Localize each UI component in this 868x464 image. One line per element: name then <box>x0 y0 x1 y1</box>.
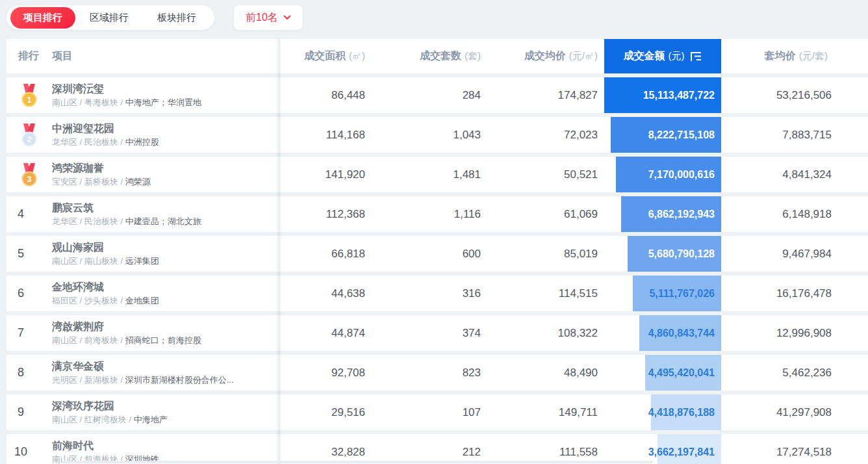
rank-cell: 2 <box>6 117 52 153</box>
project-subtitle: 光明区 / 新湖板块 / 深圳市新湖楼村股份合作公... <box>52 374 234 385</box>
table-row[interactable]: 7 湾啟紫荆府 南山区 / 前海板块 / 招商蛇口；前海控股 44,874 37… <box>6 315 868 351</box>
area-value: 112,368 <box>279 196 378 232</box>
price-value: 114,515 <box>494 276 604 311</box>
ranking-tab-group: 项目排行 区域排行 板块排行 <box>6 5 214 30</box>
rank-number: 4 <box>6 207 52 221</box>
project-name: 鹏宸云筑 <box>52 201 94 214</box>
project-cell: 鸿荣源珈誉 宝安区 / 新桥板块 / 鸿荣源 <box>52 157 279 192</box>
price-value: 50,521 <box>494 157 604 192</box>
svg-text:1: 1 <box>27 95 32 104</box>
svg-text:2: 2 <box>27 135 32 144</box>
units-value: 107 <box>378 394 494 430</box>
rank-number: 6 <box>6 287 52 300</box>
avg-price-value: 41,297,908 <box>721 394 868 430</box>
project-cell: 深湾玖序花园 南山区 / 红树湾板块 / 中海地产 <box>52 394 279 430</box>
rank-cell: 7 <box>6 315 52 351</box>
table-row[interactable]: 3 鸿荣源珈誉 宝安区 / 新桥板块 / 鸿荣源 141,920 1,481 5… <box>6 157 868 192</box>
column-header-avg-price: 套均价(元/套) <box>721 39 868 73</box>
tab-district-ranking[interactable]: 区域排行 <box>75 5 143 30</box>
top-n-filter-dropdown[interactable]: 前10名 <box>234 5 303 30</box>
rank-number: 7 <box>6 326 52 340</box>
project-subtitle: 南山区 / 前海板块 / 招商蛇口；前海控股 <box>52 335 201 346</box>
avg-price-value: 53,216,506 <box>721 77 868 113</box>
area-value: 66,818 <box>279 236 378 272</box>
tab-project-ranking[interactable]: 项目排行 <box>10 7 75 29</box>
area-value: 86,448 <box>279 77 378 113</box>
avg-price-value: 7,883,715 <box>721 117 868 153</box>
amount-cell: 8,222,715,108 <box>604 117 721 153</box>
table-row[interactable]: 6 金地环湾城 福田区 / 沙头板块 / 金地集团 44,638 316 114… <box>6 276 868 311</box>
rank-cell: 6 <box>6 276 52 311</box>
project-name: 中洲迎玺花园 <box>52 122 114 135</box>
project-cell: 鹏宸云筑 龙华区 / 民治板块 / 中建壹品；湖北文旅 <box>52 196 279 232</box>
rank-number: 10 <box>6 445 52 459</box>
amount-cell: 6,862,192,943 <box>604 196 721 232</box>
avg-price-value: 16,176,478 <box>721 276 868 311</box>
avg-price-value: 17,274,518 <box>721 434 868 464</box>
amount-value: 4,418,876,188 <box>648 407 715 419</box>
chevron-down-icon <box>283 15 291 20</box>
column-header-amount-sorted[interactable]: 成交金额(元) <box>604 39 721 73</box>
table-row[interactable]: 9 深湾玖序花园 南山区 / 红树湾板块 / 中海地产 29,516 107 1… <box>6 394 868 430</box>
tab-sector-ranking[interactable]: 板块排行 <box>143 5 211 30</box>
table-row[interactable]: 2 中洲迎玺花园 龙华区 / 民治板块 / 中洲控股 114,168 1,043… <box>6 117 868 153</box>
project-cell: 观山海家园 南山区 / 南山板块 / 远洋集团 <box>52 236 279 272</box>
area-value: 44,638 <box>279 276 378 311</box>
table-row[interactable]: 10 前海时代 南山区 / 前海板块 / 深圳地铁 32,828 212 111… <box>6 434 868 464</box>
area-value: 29,516 <box>279 394 378 430</box>
units-value: 1,043 <box>378 117 494 153</box>
project-subtitle: 福田区 / 沙头板块 / 金地集团 <box>52 295 159 306</box>
project-subtitle: 龙华区 / 民治板块 / 中建壹品；湖北文旅 <box>52 216 201 227</box>
price-value: 61,069 <box>494 196 604 232</box>
project-name: 金地环湾城 <box>52 281 104 294</box>
project-cell: 深圳湾沄玺 南山区 / 粤海板块 / 中海地产；华润置地 <box>52 77 279 113</box>
project-subtitle: 南山区 / 粤海板块 / 中海地产；华润置地 <box>52 97 201 108</box>
project-name: 前海时代 <box>52 439 94 452</box>
project-cell: 金地环湾城 福田区 / 沙头板块 / 金地集团 <box>52 276 279 311</box>
project-name: 湾啟紫荆府 <box>52 320 104 333</box>
amount-value: 7,170,000,616 <box>648 169 715 181</box>
project-cell: 满京华金硕 光明区 / 新湖板块 / 深圳市新湖楼村股份合作公... <box>52 355 279 391</box>
price-value: 108,322 <box>494 315 604 351</box>
units-value: 1,481 <box>378 157 494 192</box>
amount-value: 4,495,420,041 <box>648 367 715 379</box>
bronze-medal-icon: 3 <box>19 163 39 187</box>
column-header-price: 成交均价(元/㎡) <box>494 39 604 73</box>
price-value: 72,023 <box>494 117 604 153</box>
price-value: 85,019 <box>494 236 604 272</box>
horizontal-scrollbar[interactable] <box>62 461 653 463</box>
units-value: 823 <box>378 355 494 391</box>
project-cell: 湾啟紫荆府 南山区 / 前海板块 / 招商蛇口；前海控股 <box>52 315 279 351</box>
project-cell: 前海时代 南山区 / 前海板块 / 深圳地铁 <box>52 434 279 464</box>
units-value: 1,116 <box>378 196 494 232</box>
amount-cell: 4,418,876,188 <box>604 394 721 430</box>
units-value: 374 <box>378 315 494 351</box>
rank-cell: 10 <box>6 434 52 464</box>
project-subtitle: 龙华区 / 民治板块 / 中洲控股 <box>52 136 159 148</box>
project-subtitle: 南山区 / 南山板块 / 远洋集团 <box>52 255 159 266</box>
amount-value: 6,862,192,943 <box>648 209 715 220</box>
top-bar: 项目排行 区域排行 板块排行 前10名 <box>6 5 303 30</box>
table-row[interactable]: 5 观山海家园 南山区 / 南山板块 / 远洋集团 66,818 600 85,… <box>6 236 868 272</box>
project-subtitle: 宝安区 / 新桥板块 / 鸿荣源 <box>52 176 151 187</box>
area-value: 92,708 <box>279 355 378 391</box>
table-row[interactable]: 8 满京华金硕 光明区 / 新湖板块 / 深圳市新湖楼村股份合作公... 92,… <box>6 355 868 391</box>
column-header-units: 成交套数(套) <box>378 39 494 73</box>
amount-cell: 7,170,000,616 <box>604 157 721 192</box>
avg-price-value: 9,467,984 <box>721 236 868 272</box>
units-value: 284 <box>378 77 494 113</box>
table-row[interactable]: 4 鹏宸云筑 龙华区 / 民治板块 / 中建壹品；湖北文旅 112,368 1,… <box>6 196 868 232</box>
top-n-filter-label: 前10名 <box>246 11 278 25</box>
table-row[interactable]: 1 深圳湾沄玺 南山区 / 粤海板块 / 中海地产；华润置地 86,448 28… <box>6 77 868 113</box>
amount-value: 3,662,197,841 <box>648 446 715 458</box>
amount-value: 15,113,487,722 <box>643 90 715 101</box>
avg-price-value: 4,841,324 <box>721 157 868 192</box>
amount-value: 4,860,843,744 <box>648 328 715 339</box>
rank-cell: 8 <box>6 355 52 391</box>
amount-cell: 5,111,767,026 <box>604 276 721 311</box>
amount-value: 8,222,715,108 <box>648 129 715 141</box>
area-value: 44,874 <box>279 315 378 351</box>
column-header-project: 项目 <box>52 39 279 73</box>
project-name: 深圳湾沄玺 <box>52 83 104 96</box>
rank-number: 8 <box>6 366 52 380</box>
